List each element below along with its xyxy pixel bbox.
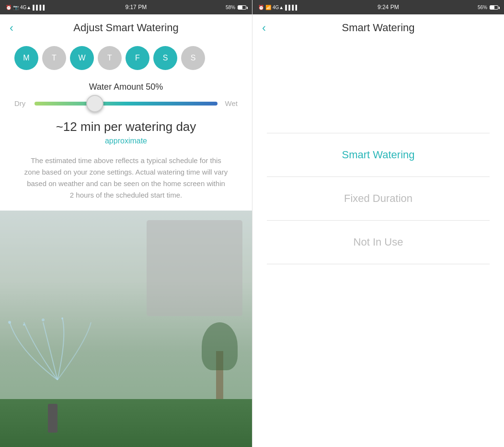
days-row: M T W T F S S (0, 41, 252, 77)
menu-item-not-in-use[interactable]: Not In Use (252, 221, 504, 264)
minutes-display: ~12 min per watering day (0, 119, 252, 134)
right-battery-icon (490, 5, 498, 10)
left-panel: ⏰ 📷 4G▲ ▌▌▌▌ 9:17 PM 58% ‹ Adjust Smart … (0, 0, 252, 447)
right-back-button[interactable]: ‹ (262, 21, 266, 35)
right-battery-percent: 56% (478, 5, 487, 10)
left-status-time: 9:17 PM (125, 4, 147, 11)
svg-point-2 (42, 318, 45, 321)
right-signal-icon: ▌▌▌▌ (285, 5, 298, 10)
right-status-icons-left: ⏰ 📶 4G▲ ▌▌▌▌ (258, 5, 299, 10)
left-status-icons-right: 58% (226, 5, 246, 10)
left-status-icons-left: ⏰ 📷 4G▲ ▌▌▌▌ (6, 5, 46, 10)
water-amount-percent: 50% (146, 82, 163, 92)
left-status-bar: ⏰ 📷 4G▲ ▌▌▌▌ 9:17 PM 58% (0, 0, 252, 14)
screenshot-icon: 📷 (13, 5, 19, 10)
background-building (147, 220, 242, 316)
right-lte-icon: 4G▲ (273, 5, 284, 10)
day-friday[interactable]: F (126, 46, 149, 70)
menu-item-fixed-duration[interactable]: Fixed Duration (252, 177, 504, 220)
day-wednesday[interactable]: W (70, 46, 94, 70)
right-status-time: 9:24 PM (378, 4, 399, 11)
water-slider-track[interactable] (34, 102, 218, 106)
alarm-icon: ⏰ (6, 5, 11, 10)
left-header: ‹ Adjust Smart Watering (0, 14, 252, 41)
right-panel: ⏰ 📶 4G▲ ▌▌▌▌ 9:24 PM 56% ‹ Smart Waterin… (252, 0, 504, 447)
day-monday[interactable]: M (14, 46, 38, 70)
right-status-bar: ⏰ 📶 4G▲ ▌▌▌▌ 9:24 PM 56% (252, 0, 504, 14)
right-alarm-icon: ⏰ (258, 5, 264, 10)
day-sunday[interactable]: S (181, 46, 205, 70)
background-photo (0, 211, 252, 447)
left-page-title: Adjust Smart Watering (10, 22, 242, 34)
water-amount-label: Water Amount (89, 82, 143, 92)
left-back-button[interactable]: ‹ (10, 21, 13, 35)
water-amount-display: Water Amount 50% (0, 82, 252, 92)
water-spray-svg (10, 322, 153, 409)
svg-point-3 (61, 318, 63, 319)
water-slider-thumb[interactable] (86, 95, 103, 112)
right-wifi-icon: 📶 (265, 5, 271, 10)
lte-icon: 4G▲ (20, 5, 31, 10)
left-battery-icon (238, 5, 246, 10)
slider-wet-label: Wet (223, 99, 238, 107)
approximate-label: approximate (0, 137, 252, 145)
right-header: ‹ Smart Watering (252, 14, 504, 41)
signal-icon: ▌▌▌▌ (33, 5, 46, 10)
menu-item-smart-watering[interactable]: Smart Watering (252, 133, 504, 176)
day-thursday[interactable]: T (98, 46, 122, 70)
slider-dry-label: Dry (14, 99, 29, 107)
left-battery-percent: 58% (226, 5, 235, 10)
water-slider-container: Dry Wet (0, 99, 252, 107)
day-tuesday[interactable]: T (42, 46, 66, 70)
right-page-title: Smart Watering (262, 22, 494, 34)
svg-point-0 (8, 321, 11, 324)
day-saturday[interactable]: S (153, 46, 177, 70)
right-status-icons-right: 56% (478, 5, 498, 10)
description-text: The estimated time above reflects a typi… (0, 155, 252, 201)
right-content-spacer (252, 41, 504, 133)
right-menu-content: Smart Watering Fixed Duration Not In Use (252, 133, 504, 264)
right-bottom-spacer (252, 264, 504, 447)
svg-point-1 (23, 324, 25, 326)
